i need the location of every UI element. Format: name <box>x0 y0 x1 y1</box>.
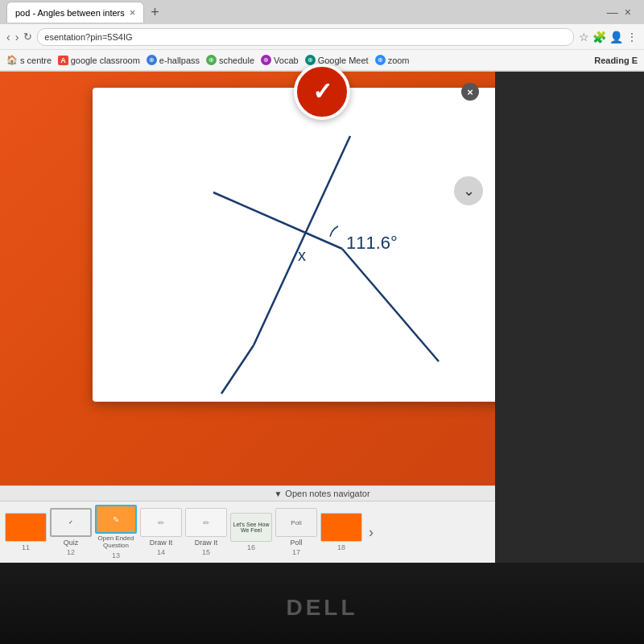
geometry-diagram: 111.6° x <box>93 88 551 402</box>
bookmark-ehallpass[interactable]: ⊕ e-hallpass <box>147 55 200 65</box>
thumb-num-13: 13 <box>112 551 120 559</box>
check-mark-icon: ✓ <box>312 80 332 104</box>
vocab-icon: ⊕ <box>261 55 271 65</box>
svg-line-0 <box>254 136 350 345</box>
ehallpass-icon: ⊕ <box>147 55 157 65</box>
tab-close-icon[interactable]: × <box>130 6 136 19</box>
extensions-icon[interactable]: 🧩 <box>592 31 606 43</box>
thumb-img-17: Poll <box>275 508 317 537</box>
url-bar[interactable] <box>37 28 574 46</box>
thumb-num-15: 15 <box>202 548 210 556</box>
google-meet-icon: ⊕ <box>305 55 316 65</box>
reload-icon[interactable]: ↻ <box>23 31 32 43</box>
schedule-icon: ⊕ <box>206 55 217 65</box>
new-tab-button[interactable]: + <box>147 4 163 21</box>
thumb-img-15: ✏ <box>185 508 227 537</box>
thumb-num-11: 11 <box>22 543 30 551</box>
svg-line-3 <box>342 249 439 361</box>
thumbnail-12[interactable]: ✓ Quiz 12 <box>50 508 92 556</box>
thumb-img-12: ✓ <box>50 508 92 537</box>
main-content: × ⌄ ✓ 111.6° <box>0 72 644 563</box>
tab-label: pod - Angles between inters <box>15 8 125 18</box>
svg-line-2 <box>213 192 342 249</box>
thumb-img-14: ✏ <box>140 508 182 537</box>
next-slide-button[interactable]: › <box>365 524 377 541</box>
minimize-icon[interactable]: — <box>607 6 618 19</box>
dark-right-panel <box>495 72 644 563</box>
bookmark-zoom[interactable]: ⊕ zoom <box>375 55 410 65</box>
thumb-num-18: 18 <box>337 543 345 551</box>
thumbnail-18[interactable]: 18 <box>320 513 362 551</box>
chevron-down-button[interactable]: ⌄ <box>454 176 483 205</box>
thumb-img-11 <box>5 513 47 542</box>
slide-card: 111.6° x <box>93 88 551 402</box>
thumb-num-17: 17 <box>292 548 300 556</box>
thumb-img-18 <box>320 513 362 542</box>
nav-bar: ‹ › ↻ ☆ 🧩 👤 ⋮ <box>0 24 644 50</box>
thumb-img-13: ✎ <box>95 505 137 534</box>
thumbnail-13[interactable]: ✎ Open EndedQuestion 13 <box>95 505 137 559</box>
thumbnail-11[interactable]: 11 <box>5 513 47 551</box>
thumb-label-13: Open EndedQuestion <box>98 535 134 550</box>
zoom-icon: ⊕ <box>375 55 386 65</box>
s-centre-icon: 🏠 <box>6 55 18 65</box>
thumbnail-14[interactable]: ✏ Draw It 14 <box>140 508 182 556</box>
google-classroom-icon: A <box>58 56 68 65</box>
thumb-label-14: Draw It <box>150 539 173 547</box>
check-circle: ✓ <box>294 64 350 120</box>
browser-chrome: pod - Angles between inters × + — × ‹ › … <box>0 0 644 72</box>
back-icon[interactable]: ‹ <box>6 31 10 43</box>
desktop-area: DELL <box>0 563 644 644</box>
bookmark-schedule[interactable]: ⊕ schedule <box>206 55 254 65</box>
thumb-label-15: Draw It <box>195 539 218 547</box>
dell-logo: DELL <box>286 595 357 621</box>
svg-text:111.6°: 111.6° <box>346 233 398 253</box>
close-slide-button[interactable]: × <box>461 83 479 101</box>
next-arrow-icon: › <box>369 524 374 541</box>
thumb-num-16: 16 <box>247 543 255 551</box>
svg-text:x: x <box>298 246 306 264</box>
thumb-img-16: Let's See How We Feel <box>230 513 272 542</box>
nav-icons: ☆ 🧩 👤 ⋮ <box>579 31 638 43</box>
bookmark-star-icon[interactable]: ☆ <box>579 31 589 43</box>
profile-icon[interactable]: 👤 <box>609 31 623 43</box>
bookmark-google-meet[interactable]: ⊕ Google Meet <box>305 55 369 65</box>
notes-toggle-label: Open notes navigator <box>285 489 369 498</box>
thumb-num-14: 14 <box>157 548 165 556</box>
thumb-label-17: Poll <box>290 539 302 547</box>
menu-icon[interactable]: ⋮ <box>626 31 638 43</box>
toggle-arrow-icon: ▼ <box>274 489 282 498</box>
bookmark-google-classroom[interactable]: A google classroom <box>58 56 140 65</box>
forward-icon[interactable]: › <box>15 31 19 43</box>
reading-e-label: Reading E <box>594 56 638 65</box>
tab-bar: pod - Angles between inters × + — × <box>0 0 644 24</box>
thumbnail-16[interactable]: Let's See How We Feel 16 <box>230 513 272 551</box>
close-window-icon[interactable]: × <box>625 6 631 19</box>
thumbnail-17[interactable]: Poll Poll 17 <box>275 508 317 556</box>
thumbnail-15[interactable]: ✏ Draw It 15 <box>185 508 227 556</box>
slide-container: ✓ 111.6° x <box>93 88 551 402</box>
bookmark-s-centre[interactable]: 🏠 s centre <box>6 55 52 65</box>
bookmark-vocab[interactable]: ⊕ Vocab <box>261 55 299 65</box>
svg-line-1 <box>221 345 254 394</box>
active-tab[interactable]: pod - Angles between inters × <box>6 2 144 23</box>
window-controls: — × <box>607 6 638 19</box>
thumb-label-12: Quiz <box>64 539 79 547</box>
thumb-num-12: 12 <box>67 548 75 556</box>
